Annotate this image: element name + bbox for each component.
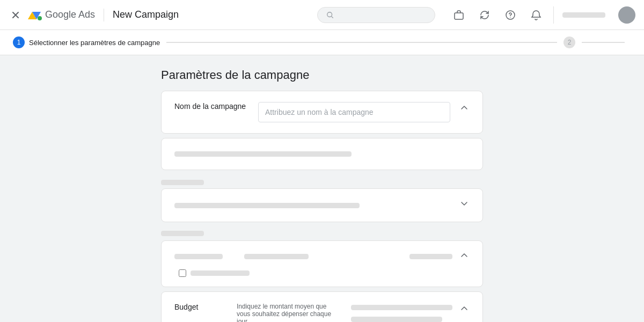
bell-button[interactable]	[528, 6, 545, 24]
page-title: New Campaign	[113, 9, 179, 20]
budget-card: Budget Indiquez le montant moyen que vou…	[161, 291, 483, 322]
dropdown-card	[161, 188, 483, 222]
refresh-button[interactable]	[476, 6, 493, 24]
campaign-name-card: Nom de la campagne	[161, 91, 483, 134]
step-connector	[166, 42, 557, 43]
step-2: 2	[564, 36, 575, 48]
budget-text-line-1	[351, 305, 452, 310]
budget-collapse-button[interactable]	[459, 303, 470, 316]
skeleton-card-1-content	[174, 149, 470, 159]
campaign-name-collapse-button[interactable]	[459, 102, 470, 115]
search-input[interactable]	[338, 11, 426, 19]
extra-col-1	[174, 252, 223, 261]
google-ads-logo-icon	[27, 8, 42, 23]
checkbox-row	[174, 268, 470, 278]
header-vertical-divider	[104, 9, 104, 21]
campaign-name-input[interactable]	[258, 102, 450, 122]
section-title: Paramètres de la campagne	[161, 68, 483, 82]
section-separator-line	[161, 180, 204, 185]
help-button[interactable]	[502, 6, 519, 24]
header-icon-divider	[553, 6, 554, 24]
extra-card-collapse-button[interactable]	[459, 250, 470, 263]
campaign-name-label: Nom de la campagne	[174, 102, 250, 111]
budget-right-content	[351, 303, 452, 322]
step-1-label: Sélectionner les paramètres de campagne	[29, 39, 160, 47]
budget-text-lines	[351, 303, 452, 322]
extra-checkbox[interactable]	[179, 269, 186, 277]
header-left: Google Ads New Campaign	[9, 8, 179, 23]
skeleton-line-1	[174, 151, 352, 157]
dropdown-skeleton-line	[174, 203, 360, 208]
dropdown-expand-button[interactable]	[459, 199, 470, 212]
search-bar	[317, 7, 435, 23]
google-ads-logo: Google Ads	[27, 8, 95, 23]
budget-description: Indiquez le montant moyen que vous souha…	[237, 303, 338, 322]
content-wrapper: Paramètres de la campagne Nom de la camp…	[161, 68, 483, 322]
section-separator-line-2	[161, 231, 204, 236]
header-icons	[450, 6, 635, 24]
extra-line-3	[409, 254, 452, 259]
extra-card-row	[174, 250, 470, 263]
step-2-circle: 2	[564, 36, 575, 48]
budget-card-content: Indiquez le montant moyen que vous souha…	[237, 303, 338, 322]
search-icon	[326, 11, 334, 19]
extra-line-2	[244, 254, 309, 259]
section-gap	[161, 174, 483, 188]
extra-card	[161, 240, 483, 287]
extra-line-1	[174, 254, 223, 259]
dropdown-card-content	[174, 201, 459, 210]
account-line	[562, 12, 605, 18]
extra-col-2	[244, 252, 309, 261]
svg-rect-2	[455, 13, 463, 19]
budget-label: Budget	[174, 303, 228, 311]
avatar[interactable]	[618, 6, 635, 24]
stepper: 1 Sélectionner les paramètres de campagn…	[0, 30, 644, 55]
step-1: 1 Sélectionner les paramètres de campagn…	[13, 36, 160, 48]
app-header: Google Ads New Campaign	[0, 0, 644, 30]
skeleton-card-1	[161, 138, 483, 170]
section-gap-2	[161, 226, 483, 240]
campaign-name-card-header: Nom de la campagne	[162, 91, 482, 133]
svg-point-0	[38, 16, 42, 20]
budget-card-header: Budget Indiquez le montant moyen que vou…	[162, 292, 482, 322]
svg-point-4	[510, 17, 511, 18]
step-1-circle: 1	[13, 36, 25, 48]
checkbox-label-line	[191, 270, 250, 276]
app-name-text: Google Ads	[45, 9, 95, 20]
budget-text-line-2	[351, 317, 442, 322]
step-2-line	[582, 42, 625, 43]
main-content: Paramètres de la campagne Nom de la camp…	[0, 55, 644, 322]
extra-col-3	[330, 252, 452, 261]
close-button[interactable]	[9, 8, 23, 22]
campaign-name-input-wrapper	[258, 102, 450, 122]
dropdown-card-header	[162, 189, 482, 222]
briefcase-button[interactable]	[450, 6, 467, 24]
